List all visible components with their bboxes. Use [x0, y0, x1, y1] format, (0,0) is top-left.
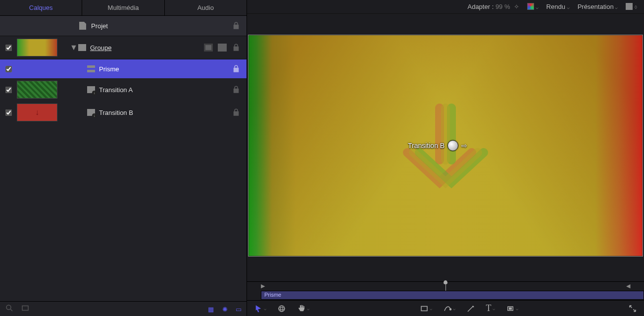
- layer-row-transition-b[interactable]: Transition B: [0, 101, 247, 124]
- frame-icon[interactable]: [21, 304, 30, 314]
- filter-icon: [87, 65, 95, 72]
- group-icon: [78, 44, 86, 51]
- transition-b-label: Transition B: [99, 109, 133, 116]
- footer-right-icons: ▦ ✺ ▭: [202, 305, 242, 314]
- svg-point-3: [279, 306, 285, 312]
- paint-stroke-tool[interactable]: [466, 304, 475, 313]
- layer-mode-icon[interactable]: [218, 44, 227, 52]
- project-label: Projet: [91, 22, 108, 30]
- lock-icon[interactable]: [232, 108, 241, 117]
- bezier-tool[interactable]: ⌵: [443, 304, 455, 313]
- color-space-menu[interactable]: [527, 3, 539, 10]
- transition-b-visible-checkbox[interactable]: [5, 109, 12, 116]
- lock-icon[interactable]: [232, 85, 241, 94]
- view-menu[interactable]: Présentation: [578, 3, 618, 10]
- rectangle-tool[interactable]: ⌵: [420, 304, 432, 313]
- mini-timeline-clip[interactable]: Prisme: [261, 291, 644, 300]
- search-icon[interactable]: [5, 304, 14, 314]
- svg-point-4: [279, 307, 285, 310]
- layer-list: Projet ▼ Groupe Prisme: [0, 16, 247, 301]
- lock-icon[interactable]: [232, 21, 241, 30]
- mask-tool[interactable]: ⌵: [506, 304, 518, 313]
- layer-row-group[interactable]: ▼ Groupe: [0, 36, 247, 59]
- lock-icon[interactable]: [232, 64, 241, 73]
- 3d-transform-tool[interactable]: [277, 304, 286, 313]
- canvas-area: Transition B ⇨: [247, 14, 644, 281]
- left-panel: Calques Multimédia Audio Projet ▼ Groupe: [0, 0, 247, 316]
- svg-point-7: [449, 309, 451, 310]
- fit-menu[interactable]: Adapter : 99 % ✧: [467, 3, 519, 10]
- svg-rect-9: [509, 308, 511, 309]
- svg-rect-2: [22, 306, 28, 311]
- transition-a-thumbnail: [17, 81, 57, 99]
- select-tool[interactable]: ⌵: [254, 304, 266, 313]
- disclosure-triangle-icon[interactable]: ▼: [69, 43, 78, 52]
- svg-rect-6: [421, 306, 427, 311]
- anchor-point-handle[interactable]: [447, 140, 458, 151]
- tab-layers[interactable]: Calques: [0, 0, 82, 15]
- transition-b-thumbnail: [17, 104, 57, 121]
- group-thumbnail: [17, 39, 57, 56]
- drop-zone-arrow-icon: ⇨: [461, 142, 467, 150]
- canvas-tool-bar: ⌵ ⌵ ⌵ ⌵ T⌵ ⌵: [247, 300, 644, 316]
- transition-a-label: Transition A: [99, 86, 133, 94]
- tab-audio[interactable]: Audio: [165, 0, 247, 15]
- document-icon: [79, 22, 86, 30]
- group-label: Groupe: [90, 44, 111, 52]
- mini-timeline[interactable]: ▶ ◀ Prisme: [247, 281, 644, 300]
- svg-point-0: [6, 305, 11, 310]
- layer-row-transition-a[interactable]: Transition A: [0, 78, 247, 101]
- in-point-marker-icon[interactable]: ▶: [261, 283, 265, 289]
- placeholder-icon: [87, 109, 95, 116]
- gear-icon[interactable]: ✺: [222, 306, 228, 313]
- tab-media[interactable]: Multimédia: [82, 0, 164, 15]
- canvas-top-bar: Adapter : 99 % ✧ Rendu Présentation ◊: [247, 0, 644, 14]
- render-menu[interactable]: Rendu: [546, 3, 570, 10]
- panels-icon[interactable]: ▭: [236, 306, 242, 313]
- expand-icon[interactable]: [628, 304, 637, 313]
- svg-point-5: [281, 306, 283, 312]
- stepper-icon: ✧: [512, 3, 519, 10]
- prisme-visible-checkbox[interactable]: [5, 66, 12, 72]
- out-point-marker-icon[interactable]: ◀: [626, 283, 630, 289]
- color-swatch-icon: [527, 3, 534, 10]
- isolation-icon[interactable]: [204, 44, 213, 52]
- svg-line-1: [10, 309, 12, 311]
- layer-row-prisme[interactable]: Prisme: [0, 59, 247, 78]
- text-tool[interactable]: T⌵: [486, 303, 495, 314]
- layer-row-project[interactable]: Projet: [0, 16, 247, 36]
- square-icon: [626, 3, 633, 10]
- transition-a-visible-checkbox[interactable]: [5, 87, 12, 93]
- left-panel-footer: ▦ ✺ ▭: [0, 301, 247, 316]
- lock-icon[interactable]: [232, 43, 241, 52]
- placeholder-icon: [87, 86, 95, 93]
- group-visible-checkbox[interactable]: [5, 45, 12, 51]
- canvas[interactable]: Transition B ⇨: [248, 35, 643, 257]
- canvas-overlay-label: Transition B: [408, 142, 445, 150]
- canvas-overlay-label-group: Transition B ⇨: [408, 140, 467, 151]
- pan-tool[interactable]: ⌵: [297, 304, 309, 313]
- right-panel: Adapter : 99 % ✧ Rendu Présentation ◊ Tr…: [247, 0, 644, 316]
- mini-playhead[interactable]: [446, 282, 446, 291]
- mask-toggle-icon[interactable]: ▦: [208, 306, 214, 313]
- channel-menu[interactable]: ◊: [626, 3, 637, 10]
- prisme-label: Prisme: [99, 65, 119, 73]
- panel-tabs: Calques Multimédia Audio: [0, 0, 247, 16]
